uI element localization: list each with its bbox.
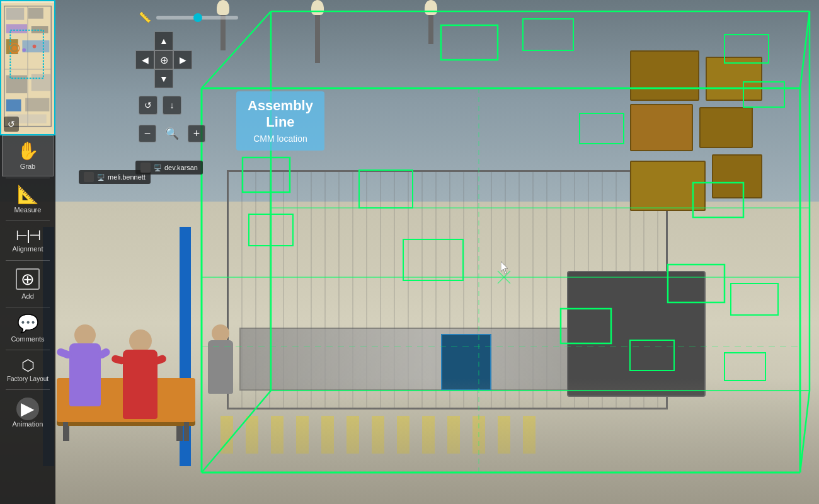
pendant-light-2 <box>315 0 320 63</box>
factory-layout-tool[interactable]: ⬡ Factory Layout <box>2 352 54 388</box>
zoom-search-icon: 🔍 <box>165 127 179 140</box>
zoom-slider-thumb[interactable] <box>193 13 202 22</box>
divider-6 <box>6 389 50 390</box>
factory-layout-label: Factory Layout <box>7 375 49 383</box>
rotate-down-button[interactable]: ↓ <box>163 96 181 115</box>
svg-point-39 <box>33 45 37 49</box>
divider-1 <box>6 178 50 178</box>
animation-label: Animation <box>13 420 43 428</box>
assembly-tooltip: Assembly Line CMM location <box>236 91 324 151</box>
dpad-center-button[interactable]: ⊕ <box>154 50 173 69</box>
svg-rect-25 <box>28 8 43 19</box>
avatar-purple <box>69 324 101 406</box>
add-icon: ⊕ <box>16 268 40 290</box>
svg-rect-32 <box>6 100 21 112</box>
dpad-up-button[interactable]: ▲ <box>154 32 173 50</box>
minimap-svg <box>1 1 54 134</box>
svg-rect-26 <box>6 24 27 33</box>
slider-icon: 📏 <box>139 11 151 23</box>
svg-rect-31 <box>32 74 52 91</box>
divider-2 <box>6 220 50 221</box>
factory-layout-icon: ⬡ <box>21 358 35 373</box>
zoom-slider-container: 📏 <box>139 11 238 23</box>
measure-label: Measure <box>14 206 42 214</box>
minimap-container: ↺ <box>0 0 55 135</box>
comments-label: Comments <box>11 335 44 343</box>
animation-tool[interactable]: ▶ Animation <box>2 391 54 433</box>
svg-rect-33 <box>25 98 49 112</box>
minimap-inner: ↺ <box>1 1 54 134</box>
measure-tool[interactable]: 📐 Measure <box>2 180 54 219</box>
svg-rect-27 <box>32 26 49 33</box>
assembly-subtitle: CMM location <box>248 134 313 144</box>
main-viewport[interactable]: 🖥️ meli.bennett 🖥️ dev.karsan Assembly L… <box>0 0 819 504</box>
alignment-icon: ⊢|⊣ <box>16 229 40 243</box>
dpad-right-button[interactable]: ▶ <box>173 50 192 69</box>
grab-tool[interactable]: ✋ Grab <box>2 135 54 176</box>
dpad-empty-tr <box>173 32 192 50</box>
add-label: Add <box>21 292 34 301</box>
svg-rect-24 <box>6 8 25 20</box>
divider-5 <box>6 350 50 350</box>
grab-icon: ✋ <box>17 142 39 160</box>
grab-label: Grab <box>20 163 35 171</box>
dpad-empty-bl <box>135 69 154 88</box>
measure-icon: 📐 <box>17 186 39 203</box>
dpad-control: ▲ ◀ ⊕ ▶ ▼ <box>135 32 192 88</box>
alignment-label: Alignment <box>13 245 43 253</box>
zoom-out-button[interactable]: − <box>139 125 156 142</box>
dpad-empty-br <box>173 69 192 88</box>
sidebar: ↺ ✋ Grab 📐 Measure ⊢|⊣ Alignment ⊕ Add 💬… <box>0 0 55 504</box>
minimap-reset-button[interactable]: ↺ <box>4 117 19 132</box>
animation-icon: ▶ <box>16 398 39 420</box>
dpad-down-button[interactable]: ▼ <box>154 69 173 88</box>
rotate-left-button[interactable]: ↺ <box>139 96 158 115</box>
zoom-slider-track[interactable] <box>156 16 238 20</box>
zoom-controls: − 🔍 + <box>139 125 205 142</box>
avatar-red <box>123 329 158 419</box>
divider-4 <box>6 307 50 307</box>
boxes-stack <box>630 50 788 271</box>
assembly-title: Assembly Line <box>248 98 313 131</box>
dpad-empty-tl <box>135 32 154 50</box>
user-badge-2: 🖥️ dev.karsan <box>135 161 203 175</box>
comments-tool[interactable]: 💬 Comments <box>2 309 54 348</box>
pendant-light-3 <box>428 0 433 44</box>
workbench-leg-2 <box>176 422 183 441</box>
divider-3 <box>6 260 50 261</box>
nav-extra-controls: ↺ ↓ <box>139 96 181 115</box>
avatar-gray <box>208 324 233 394</box>
zoom-in-button[interactable]: + <box>188 125 205 142</box>
comments-icon: 💬 <box>17 315 39 333</box>
svg-point-38 <box>22 48 26 52</box>
alignment-tool[interactable]: ⊢|⊣ Alignment <box>2 222 54 258</box>
add-tool[interactable]: ⊕ Add <box>2 262 54 306</box>
dpad-left-button[interactable]: ◀ <box>135 50 154 69</box>
pendant-light-1 <box>220 0 226 50</box>
svg-point-37 <box>12 46 17 51</box>
